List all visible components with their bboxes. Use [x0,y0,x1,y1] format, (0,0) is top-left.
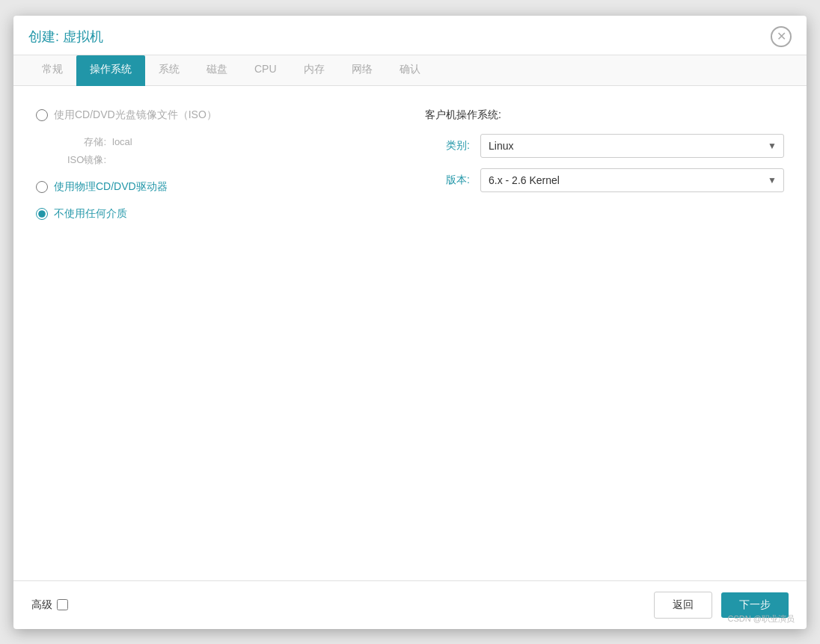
radio-none[interactable] [36,208,48,220]
right-panel: 客户机操作系统: 类别: Linux Windows Solaris Other… [425,108,784,558]
iso-row: ISO镜像: [54,153,395,167]
dialog-body: 使用CD/DVD光盘镜像文件（ISO） 存储: local ISO镜像: 使用物… [13,86,807,580]
dialog-footer: 高级 返回 下一步 [13,580,807,629]
version-select[interactable]: 6.x - 2.6 Kernel Other [480,168,784,192]
radio-physical[interactable] [36,181,48,193]
advanced-label: 高级 [31,598,52,612]
section-title: 客户机操作系统: [425,108,784,122]
tab-disk[interactable]: 磁盘 [193,55,241,86]
option-physical[interactable]: 使用物理CD/DVD驱动器 [36,180,395,194]
tab-bar: 常规 操作系统 系统 磁盘 CPU 内存 网络 确认 [13,55,807,86]
option-physical-label: 使用物理CD/DVD驱动器 [54,180,168,194]
tab-system[interactable]: 系统 [145,55,193,86]
tab-memory[interactable]: 内存 [290,55,338,86]
iso-label: ISO镜像: [54,153,106,167]
version-label: 版本: [425,174,470,187]
option-none-label: 不使用任何介质 [54,207,127,221]
iso-sub-options: 存储: local ISO镜像: [54,135,395,167]
option-none[interactable]: 不使用任何介质 [36,207,395,221]
watermark: CSDN @职业演员 [728,613,795,625]
dialog-header: 创建: 虚拟机 ✕ [13,16,807,55]
storage-row: 存储: local [54,135,395,149]
advanced-section: 高级 [31,598,68,612]
radio-iso[interactable] [36,109,48,121]
storage-label: 存储: [54,135,106,149]
storage-value: local [112,136,132,147]
tab-os[interactable]: 操作系统 [76,55,145,86]
category-row: 类别: Linux Windows Solaris Other ▼ [425,134,784,158]
advanced-checkbox[interactable] [57,599,68,610]
version-select-wrapper: 6.x - 2.6 Kernel Other ▼ [480,168,784,192]
version-row: 版本: 6.x - 2.6 Kernel Other ▼ [425,168,784,192]
option-iso[interactable]: 使用CD/DVD光盘镜像文件（ISO） [36,108,395,122]
tab-network[interactable]: 网络 [338,55,386,86]
option-iso-label: 使用CD/DVD光盘镜像文件（ISO） [54,108,217,122]
category-select-wrapper: Linux Windows Solaris Other ▼ [480,134,784,158]
left-panel: 使用CD/DVD光盘镜像文件（ISO） 存储: local ISO镜像: 使用物… [36,108,395,558]
category-select[interactable]: Linux Windows Solaris Other [480,134,784,158]
tab-general[interactable]: 常规 [28,55,76,86]
close-icon: ✕ [777,31,786,43]
tab-confirm[interactable]: 确认 [386,55,434,86]
dialog-title: 创建: 虚拟机 [28,28,103,46]
tab-cpu[interactable]: CPU [241,55,290,86]
create-vm-dialog: 创建: 虚拟机 ✕ 常规 操作系统 系统 磁盘 CPU 内存 网络 确认 使用C… [13,16,807,629]
category-label: 类别: [425,139,470,153]
back-button[interactable]: 返回 [654,592,712,619]
close-button[interactable]: ✕ [771,26,792,47]
